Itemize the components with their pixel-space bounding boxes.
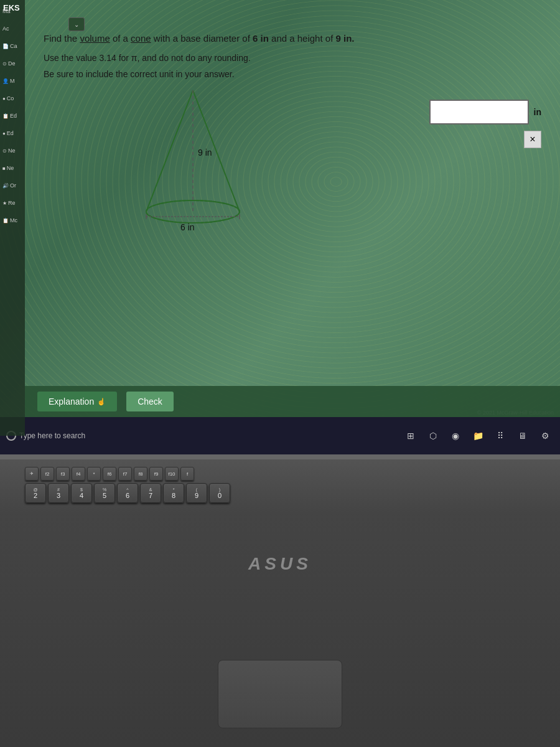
key-f10[interactable]: f10: [165, 467, 179, 481]
question-line1: Find the volume of a cone with a base di…: [44, 31, 541, 46]
sidebar-item-ed1[interactable]: 📋Ed: [0, 108, 24, 124]
taskbar-icon-monitor[interactable]: 🖥: [514, 427, 531, 444]
answer-input[interactable]: [429, 100, 529, 125]
taskbar-icons: ⊞ ⬡ ◉ 📁 ⠿ 🖥 ⚙: [402, 427, 554, 444]
answer-row: in: [429, 100, 541, 125]
check-button[interactable]: Check: [126, 392, 174, 411]
sidebar-item-re[interactable]: ★Re: [0, 195, 24, 211]
key-f5[interactable]: *: [87, 467, 101, 481]
bottom-action-bar: Explanation ☝ Check: [25, 386, 560, 417]
sidebar-item-de[interactable]: ⊙De: [0, 55, 24, 72]
taskbar: Type here to search ⊞ ⬡ ◉ 📁 ⠿ 🖥 ⚙: [0, 417, 560, 454]
cone-svg: 9 in 6 in: [124, 81, 261, 243]
explanation-label: Explanation: [49, 397, 94, 406]
sidebar-item-ac[interactable]: Ac: [0, 21, 24, 37]
key-f7[interactable]: f7: [118, 467, 132, 481]
check-label: Check: [138, 397, 162, 406]
cone-diagram: 9 in 6 in: [75, 75, 311, 249]
sidebar-item-ne1[interactable]: ⊙Ne: [0, 143, 24, 159]
sidebar-item-mc[interactable]: 📋Mc: [0, 212, 24, 228]
taskbar-icon-windows[interactable]: ⊞: [402, 427, 419, 444]
taskbar-icon-edge[interactable]: ◉: [447, 427, 464, 444]
eks-label: EKS: [3, 3, 20, 12]
asus-brand-logo: ASUS: [248, 554, 312, 622]
sidebar: Ma Ac 📄Ca ⊙De 👤M ●Co 📋Ed ●Ed ⊙Ne ■Ne 🔊Or: [0, 0, 25, 436]
taskbar-icon-apps[interactable]: ⠿: [492, 427, 509, 444]
number-row: @ 2 # 3 $ 4 % 5 ^ 6 & 7: [25, 483, 535, 503]
key-paren-0[interactable]: ) 0: [209, 483, 230, 503]
svg-text:6 in: 6 in: [180, 222, 195, 232]
key-paren-9[interactable]: ( 9: [186, 483, 207, 503]
key-at-2[interactable]: @ 2: [25, 483, 46, 503]
question-line2: Use the value 3.14 for π, and do not do …: [44, 51, 541, 65]
sidebar-item-co[interactable]: ●Co: [0, 90, 24, 106]
main-content: Find the volume of a cone with a base di…: [25, 0, 560, 436]
dropdown-button[interactable]: ⌄: [68, 17, 85, 31]
key-f6[interactable]: f6: [103, 467, 116, 481]
key-f11[interactable]: f: [180, 467, 194, 481]
key-star-8[interactable]: * 8: [163, 483, 184, 503]
keyboard-area: ✈ f2 f3 f4 * f6 f7 f8 f9 f10 f @ 2 # 3 $: [25, 467, 535, 505]
sidebar-item-ca[interactable]: 📄Ca: [0, 38, 24, 54]
key-percent-5[interactable]: % 5: [94, 483, 115, 503]
key-caret-6[interactable]: ^ 6: [117, 483, 138, 503]
sidebar-item-m[interactable]: 👤M: [0, 73, 24, 89]
keyboard-bezel: ASUS ✈ f2 f3 f4 * f6 f7 f8 f9 f10 f @ 2 …: [0, 454, 560, 747]
touchpad[interactable]: [218, 660, 342, 728]
sidebar-item-or[interactable]: 🔊Or: [0, 177, 24, 194]
key-f9[interactable]: f9: [149, 467, 163, 481]
screen: EKS ⌄ Ma Ac 📄Ca ⊙De 👤M ●Co 📋Ed ●Ed ⊙Ne ■…: [0, 0, 560, 454]
key-f2[interactable]: f2: [40, 467, 54, 481]
taskbar-icon-settings[interactable]: ⚙: [536, 427, 554, 444]
svg-line-0: [146, 90, 193, 212]
key-dollar-4[interactable]: $ 4: [71, 483, 92, 503]
key-f4[interactable]: f4: [72, 467, 85, 481]
key-amp-7[interactable]: & 7: [140, 483, 161, 503]
answer-area: in ×: [429, 100, 541, 148]
taskbar-search-area[interactable]: Type here to search: [19, 431, 399, 440]
search-text: Type here to search: [19, 431, 85, 440]
sidebar-item-ne2[interactable]: ■Ne: [0, 160, 24, 176]
taskbar-icon-browser[interactable]: ⬡: [424, 427, 442, 444]
key-hash-3[interactable]: # 3: [48, 483, 69, 503]
taskbar-icon-folder[interactable]: 📁: [469, 427, 487, 444]
fn-key-row: ✈ f2 f3 f4 * f6 f7 f8 f9 f10 f: [25, 467, 535, 481]
clear-button[interactable]: ×: [524, 131, 541, 148]
explanation-button[interactable]: Explanation ☝: [37, 392, 117, 411]
key-f1[interactable]: ✈: [25, 467, 39, 481]
cursor-icon: ☝: [97, 398, 106, 406]
sidebar-item-ed2[interactable]: ●Ed: [0, 125, 24, 141]
key-f3[interactable]: f3: [56, 467, 70, 481]
key-f8[interactable]: f8: [134, 467, 147, 481]
svg-text:9 in: 9 in: [198, 148, 212, 157]
unit-label: in: [534, 107, 541, 117]
